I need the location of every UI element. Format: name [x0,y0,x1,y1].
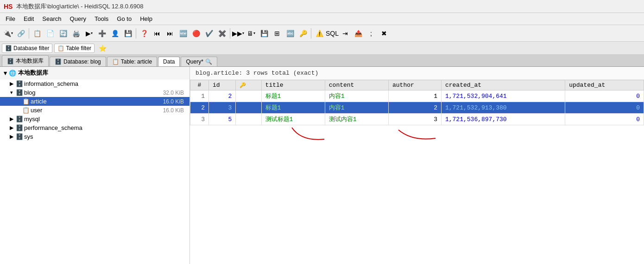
cylinder-icon-sys: 🗄️ [16,133,23,140]
main-layout: ▾ 🌐 本地数据库 ▶ 🗄️ information_schema ▾ 🗄️ b… [0,67,644,264]
cylinder-icon-blog: 🗄️ [16,89,23,96]
tab-data[interactable]: Data [158,57,180,66]
tab-query[interactable]: Query* 🔍 [181,57,217,66]
tab-database-blog[interactable]: 🗄️ Database: blog [50,57,106,66]
check-button[interactable]: ✔️ [203,27,215,39]
table-icon-article: 📋 [22,98,30,105]
tree-item-mysql[interactable]: ▶ 🗄️ mysql [0,115,189,123]
view-button[interactable]: 🖥▾ [245,27,257,39]
tree-item-blog-label: blog [24,89,162,96]
cylinder-icon-perf: 🗄️ [16,124,23,131]
cell-updated-at: 0 [565,102,644,114]
star-button[interactable]: ⭐ [96,42,108,54]
cell-author: 2 [389,102,442,114]
cell-created-at: 1,721,536,897,730 [441,114,565,125]
export-button[interactable]: 📤 [352,27,364,39]
cell-created-at: 1,721,532,913,380 [441,102,565,114]
menu-file[interactable]: File [2,14,19,23]
tree-item-sys-label: sys [24,133,183,140]
cell-id: 5 [209,114,236,125]
key-button[interactable]: 🔑 [297,27,309,39]
menu-search[interactable]: Search [38,14,65,23]
first-button[interactable]: ⏮ [151,27,163,39]
last-button[interactable]: ⏭ [164,27,176,39]
cell-content: 测试内容1 [325,114,388,125]
menu-bar: File Edit Search Query Tools Go to Help [0,13,644,25]
tree-item-article[interactable]: 📋 article 16.0 KiB [0,97,189,106]
format-button[interactable]: ⇥ [339,27,351,39]
tree-item-blog-size: 32.0 KiB [163,90,188,96]
users-button[interactable]: 👤 [109,27,121,39]
tree-item-article-size: 16.0 KiB [163,98,188,105]
cell-key [236,114,261,125]
table-filter-button[interactable]: 📋 Table filter [54,44,95,53]
warning-button[interactable]: ⚠️ [313,27,325,39]
delete-button[interactable]: ✖️ [216,27,228,39]
tree-item-user-label: user [31,107,162,114]
help-button[interactable]: ❓ [138,27,150,39]
col-title: title [261,80,325,90]
menu-help[interactable]: Help [136,14,156,23]
tree-item-user[interactable]: 📋 user 16.0 KiB [0,106,189,115]
content-header: blog.article: 3 rows total (exact) [190,67,644,80]
close-x-button[interactable]: ✖ [378,27,390,39]
tab-table-article[interactable]: 📋 Table: article [107,57,157,66]
new-button[interactable]: 🆕 [177,27,189,39]
data-table: # id 🔑 title content author created_at u… [190,80,644,125]
cell-rownum: 1 [190,90,209,102]
cell-author: 3 [389,114,442,125]
tree-item-sys[interactable]: ▶ 🗄️ sys [0,132,189,141]
menu-edit[interactable]: Edit [20,14,38,23]
cell-author: 1 [389,90,442,102]
database-filter-button[interactable]: 🗄️ Database filter [2,44,52,53]
tree-item-blog[interactable]: ▾ 🗄️ blog 32.0 KiB [0,88,189,97]
stop-button[interactable]: 🔴 [190,27,202,39]
table-filter-label: Table filter [66,45,91,52]
savefile-button[interactable]: 💾 [258,27,270,39]
cell-title: 测试标题1 [261,114,325,125]
menu-tools[interactable]: Tools [91,14,112,23]
tab-strip: 🗄️ 本地数据库 🗄️ Database: blog 📋 Table: arti… [0,55,644,67]
tree-expand-icon: ▶ [8,81,15,87]
table-row[interactable]: 3 5 测试标题1 测试内容1 3 1,721,536,897,730 0 [190,114,644,125]
table-row[interactable]: 1 2 标题1 内容1 1 1,721,532,904,641 0 [190,90,644,102]
cell-key [236,90,261,102]
save-button[interactable]: 💾 [122,27,134,39]
print-button[interactable]: 🖨️ [70,27,82,39]
tab-database-label: Database: blog [63,58,101,65]
table-filter-icon: 📋 [57,45,64,52]
col-content: content [325,80,388,90]
paste-button[interactable]: 📄 [44,27,56,39]
connect-button[interactable]: 🔌▾ [2,27,14,39]
sidebar-root-label: 本地数据库 [18,69,48,77]
title-bar-text: 本地数据库\blog\article\ - HeidiSQL 12.8.0.69… [16,2,143,11]
tree-expand-icon-sys: ▶ [8,134,15,140]
disconnect-button[interactable]: 🔗 [15,27,27,39]
execute-button[interactable]: ▶▶▾ [232,27,244,39]
toolbar-sep-1 [29,28,29,39]
sidebar-tree-icon: 🌐 [9,70,16,77]
run-button[interactable]: ▶▾ [83,27,95,39]
copy-button[interactable]: 📋 [31,27,43,39]
tree-item-performance-schema[interactable]: ▶ 🗄️ performance_schema [0,123,189,132]
tree-item-information-schema[interactable]: ▶ 🗄️ information_schema [0,79,189,88]
cell-rownum: 2 [190,102,209,114]
refresh-button[interactable]: 🔄 [57,27,69,39]
table-row[interactable]: 2 3 标题1 内容1 2 1,721,532,913,380 0 [190,102,644,114]
tree-item-perf-label: performance_schema [24,124,183,131]
cell-content: 内容1 [325,102,388,114]
toolbar-sep-2 [136,28,136,39]
grid-button[interactable]: ⊞ [271,27,283,39]
cell-key [236,102,261,114]
menu-goto[interactable]: Go to [113,14,135,23]
semicolon-button[interactable]: ; [365,27,377,39]
sql-button[interactable]: SQL [326,27,338,39]
cylinder-icon-mysql: 🗄️ [16,116,23,122]
menu-query[interactable]: Query [66,14,90,23]
col-updated-at: updated_at [565,80,644,90]
toolbar-sep-3 [230,28,230,39]
text-button[interactable]: 🔤 [284,27,296,39]
cell-title: 标题1 [261,102,325,114]
add-button[interactable]: ➕ [96,27,108,39]
tab-local-db[interactable]: 🗄️ 本地数据库 [2,55,49,66]
